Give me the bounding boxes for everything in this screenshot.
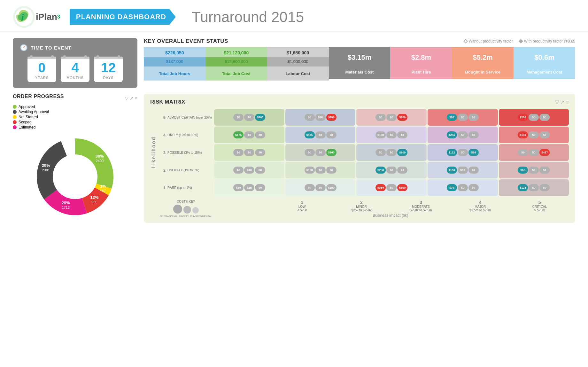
rm-bubble-4-1-1: $0 <box>315 184 326 191</box>
rm-bubble-1-2-2: $0 <box>397 131 407 138</box>
rm-cell-4-2: $350$0$100 <box>356 179 427 196</box>
kes-val1-0: $226,050 <box>144 47 205 57</box>
kes-label-3: Materials Cost <box>329 65 391 79</box>
kes-label-1: Total Job Cost <box>205 66 267 81</box>
segment-num-0: 2400 <box>96 159 104 163</box>
rm-bubble-3-3-2: $0 <box>468 167 479 174</box>
tte-months-box: 4 MONTHS <box>61 57 89 82</box>
rm-bubble-3-3-0: $150 <box>447 167 457 174</box>
segment-label-4: 29% <box>42 163 50 168</box>
kes-val2-2: $1,000,000 <box>267 57 329 66</box>
order-progress-panel: ORDER PROGRESS ▽ ↗ ≡ ApprovedAwaiting Ap… <box>13 94 137 223</box>
rm-controls[interactable]: ▽ ↗ ≡ <box>555 99 569 105</box>
kes-val1-3: $3.15m <box>329 47 391 65</box>
rm-header: RISK MATRIX ▽ ↗ ≡ <box>150 99 569 105</box>
segment-num-4: 2301 <box>42 168 50 172</box>
rm-bubble-1-0-2: $0 <box>255 131 265 138</box>
rm-bubble-4-1-0: $0 <box>305 184 315 191</box>
rm-cell-4-3: $79$0$0 <box>428 179 498 196</box>
op-legend-item: Scoped <box>13 120 137 124</box>
rm-xaxis-num-4: 5 <box>510 200 569 205</box>
kes-col-0: $226,050 $137,000 Total Job Hours <box>144 47 205 81</box>
rm-bubble-2-4-1: $0 <box>529 149 539 156</box>
legend-dot <box>13 105 17 109</box>
rm-cell-2-1: $0$0$100 <box>285 144 356 161</box>
main-content: 🕐 TIME TO EVENT 0 YEARS <box>0 32 588 223</box>
rm-bubble-3-0-2: $0 <box>255 167 265 174</box>
rm-bubble-2-2-0: $0 <box>375 149 386 156</box>
risk-matrix-panel: RISK MATRIX ▽ ↗ ≡ Likelihood 5ALMOST CER… <box>144 94 575 223</box>
costs-key-labels: OPERATIONAL SAFETY ENVIRONMENTAL <box>160 215 212 218</box>
planning-dashboard-badge: PLANNING DASHBOARD <box>70 9 176 25</box>
time-to-event-panel: 🕐 TIME TO EVENT 0 YEARS <box>13 38 137 88</box>
rm-bubble-3-1-2: $0 <box>326 167 337 174</box>
rm-cell-3-4: $65$0$0 <box>499 162 569 178</box>
legend-label: Estimated <box>19 125 35 129</box>
rm-bubble-3-4-0: $65 <box>518 167 528 174</box>
legend-label: Not Started <box>19 115 38 119</box>
rm-bubble-4-1-2: $100 <box>326 184 337 191</box>
rm-xaxis-sub-1: $25k to $250k <box>332 208 391 212</box>
tte-months-value: 4 <box>61 61 89 74</box>
kes-legend-with: With productivity factor @0.65 <box>519 39 575 43</box>
rm-row-text-0: ALMOST CERTAIN (over 30%) <box>167 116 212 119</box>
rm-cell-2-3: $122$0$65 <box>428 144 498 161</box>
rm-row-label-0: 5ALMOST CERTAIN (over 30%) <box>160 109 212 126</box>
notch-right <box>51 55 54 58</box>
rm-bubble-2-3-1: $0 <box>458 149 468 156</box>
rm-row-label-2: 3POSSIBLE (3% to 10%) <box>160 144 212 161</box>
rm-cell-0-1: $0$10$100 <box>285 109 356 126</box>
dashboard-title: Turnaround 2015 <box>192 8 304 26</box>
rm-bubble-1-4-1: $0 <box>529 131 539 138</box>
rm-bubble-0-1-0: $0 <box>305 114 315 121</box>
rm-grid-row-1: $175$0$0$125$0$0$100$0$0$256$0$0$150$0$0 <box>214 127 569 143</box>
rm-bubble-4-3-0: $79 <box>447 184 457 191</box>
rm-bubble-3-4-1: $0 <box>529 167 539 174</box>
rm-bubble-1-3-0: $256 <box>447 131 457 138</box>
kes-col-6: $0.6m Management Cost <box>514 47 575 81</box>
tte-days-value: 12 <box>94 61 123 74</box>
kes-val1-4: $2.8m <box>390 47 452 65</box>
notch-left <box>63 55 66 58</box>
rm-yaxis-label: Likelihood <box>150 109 158 196</box>
rm-xaxis-col-0: 1LOW< $25k <box>273 200 331 212</box>
notch-left <box>97 55 99 58</box>
costs-key-bubble-2 <box>183 206 191 214</box>
tte-days-box: 12 DAYS <box>94 57 123 82</box>
rm-bubble-2-1-1: $0 <box>315 149 326 156</box>
clock-icon: 🕐 <box>20 44 28 51</box>
rm-xaxis-num-1: 2 <box>332 200 391 205</box>
rm-xaxis-sub-2: $250k to $2.5m <box>391 208 450 212</box>
rm-row-num-0: 5 <box>160 115 166 120</box>
rm-cell-2-0: $0$0$0 <box>214 144 284 161</box>
tte-years-label: YEARS <box>27 76 56 80</box>
tte-months-label: MONTHS <box>61 76 89 80</box>
segment-label-0: 30% <box>96 154 104 159</box>
key-event-status-panel: KEY OVERALL EVENT STATUS Without product… <box>144 38 575 88</box>
rm-bottom-row: COSTS KEY OPERATIONAL SAFETY ENVIRONMENT… <box>150 198 569 218</box>
rm-bubble-1-1-0: $125 <box>305 131 315 138</box>
rm-row-num-4: 1 <box>160 185 166 190</box>
rm-bubble-2-3-2: $65 <box>468 149 479 156</box>
notch-right <box>118 55 120 58</box>
header: i iPlan3 PLANNING DASHBOARD Turnaround 2… <box>0 0 588 32</box>
op-legend-item: Approved <box>13 105 137 109</box>
rm-bubble-3-3-1: $10 <box>458 167 468 174</box>
rm-cell-3-0: $0$10$0 <box>214 162 284 178</box>
donut-segment-0 <box>75 138 113 189</box>
rm-cell-1-0: $175$0$0 <box>214 127 284 143</box>
rm-bubble-2-1-2: $100 <box>326 149 337 156</box>
rm-row-num-3: 2 <box>160 168 166 173</box>
logo-icon: i <box>13 6 35 28</box>
kes-val2-1: $12,800,000 <box>205 57 267 66</box>
op-controls[interactable]: ▽ ↗ ≡ <box>125 96 137 101</box>
rm-row-label-3: 2UNLIKELY (1% to 3%) <box>160 162 212 178</box>
rm-cell-0-4: $200$0$0 <box>499 109 569 126</box>
segment-num-2: 930 <box>91 200 97 204</box>
tte-years-box: 0 YEARS <box>27 57 56 82</box>
rm-bubble-2-4-0: $0 <box>518 149 528 156</box>
op-legend-item: Estimated <box>13 125 137 129</box>
ck-label-2: SAFETY <box>179 215 189 218</box>
kes-col-1: $21,120,000 $12,800,000 Total Job Cost <box>205 47 267 81</box>
kes-legend-without: Without productivity factor <box>464 39 513 43</box>
